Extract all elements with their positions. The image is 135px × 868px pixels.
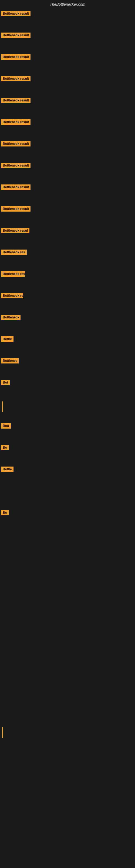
- bottleneck-badge: Bottleneck res: [1, 271, 25, 277]
- bottleneck-badge: Bottle: [1, 336, 13, 342]
- bottleneck-badge: Bottleneck res: [1, 293, 23, 299]
- result-row: Bottle: [0, 334, 135, 356]
- bottleneck-badge: Bo: [1, 510, 9, 516]
- result-row: Bottleneck result: [0, 74, 135, 95]
- bottleneck-badge: Bottleneck result: [1, 163, 31, 168]
- result-row: [0, 595, 135, 616]
- result-row: Bo: [0, 443, 135, 464]
- result-row: Bottleneck result: [0, 117, 135, 139]
- bottleneck-badge: Bottleneck res: [1, 250, 27, 255]
- result-row: Bottleneck result: [0, 182, 135, 204]
- result-row: Bottleneck result: [0, 139, 135, 161]
- result-row: [0, 681, 135, 703]
- result-row: Bott: [0, 421, 135, 443]
- result-row: Bottlenec: [0, 356, 135, 378]
- site-title: TheBottlenecker.com: [0, 0, 135, 9]
- bottleneck-badge: Bottleneck result: [1, 119, 31, 125]
- result-row: Bottleneck result: [0, 95, 135, 117]
- bottleneck-badge: Bottleneck result: [1, 33, 31, 38]
- bottleneck-badge: Bottle: [1, 467, 13, 472]
- result-row: Bottleneck res: [0, 269, 135, 291]
- bottleneck-badge: Bottleneck result: [1, 184, 31, 190]
- result-row: Bottleneck res: [0, 291, 135, 312]
- result-row: Bottle: [0, 464, 135, 486]
- bottleneck-badge: Bo: [1, 445, 9, 450]
- bottleneck-badge: Bot: [1, 380, 10, 385]
- vertical-indicator: [2, 401, 3, 412]
- result-row: Bottleneck result: [0, 52, 135, 74]
- result-row: [0, 486, 135, 508]
- bottleneck-badge: Bottleneck result: [1, 206, 31, 212]
- result-row: Bottleneck result: [0, 30, 135, 52]
- result-row: Bot: [0, 378, 135, 399]
- result-row: [0, 725, 135, 746]
- result-row: [0, 399, 135, 421]
- result-row: [0, 573, 135, 595]
- bottleneck-badge: Bottleneck result: [1, 54, 31, 60]
- bottleneck-badge: Bottlenec: [1, 358, 18, 364]
- bottleneck-badge: Bottleneck resul: [1, 228, 30, 233]
- result-row: [0, 660, 135, 681]
- result-row: [0, 551, 135, 573]
- bottleneck-badge: Bottleneck result: [1, 11, 31, 16]
- result-row: Bottleneck result: [0, 161, 135, 182]
- bottleneck-badge: Bott: [1, 423, 11, 429]
- result-row: Bottleneck resul: [0, 226, 135, 247]
- result-row: Bottleneck result: [0, 9, 135, 30]
- vertical-indicator: [2, 727, 3, 738]
- result-row: [0, 529, 135, 551]
- bottleneck-badge: Bottleneck: [1, 315, 20, 320]
- result-row: Bottleneck res: [0, 247, 135, 269]
- bottleneck-badge: Bottleneck result: [1, 98, 31, 103]
- result-row: [0, 638, 135, 660]
- result-row: Bo: [0, 508, 135, 529]
- bottleneck-badge: Bottleneck result: [1, 76, 31, 82]
- result-row: [0, 703, 135, 725]
- result-row: Bottleneck: [0, 312, 135, 334]
- result-row: [0, 616, 135, 638]
- bottleneck-badge: Bottleneck result: [1, 141, 31, 147]
- result-row: Bottleneck result: [0, 204, 135, 226]
